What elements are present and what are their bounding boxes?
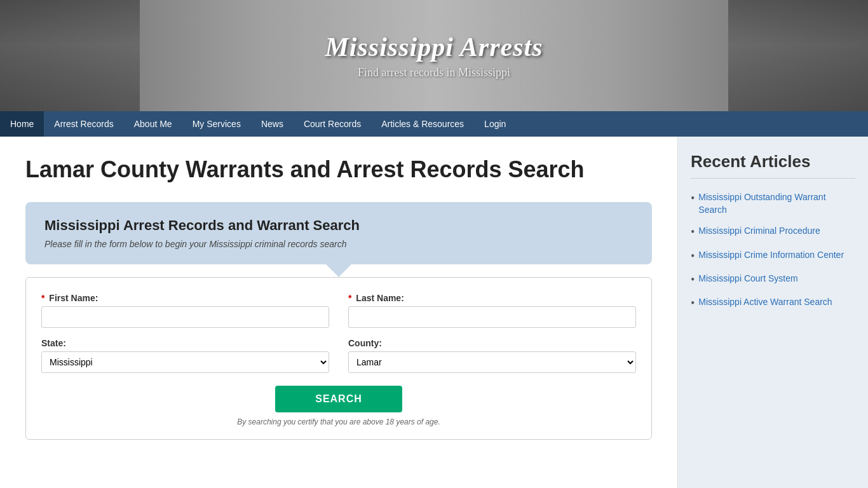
nav-news[interactable]: News — [251, 111, 294, 137]
search-box-subtitle: Please fill in the form below to begin y… — [44, 239, 633, 249]
nav-home[interactable]: Home — [0, 111, 44, 137]
sidebar: Recent Articles • Mississippi Outstandin… — [677, 137, 868, 488]
nav-court-records[interactable]: Court Records — [294, 111, 371, 137]
last-name-required-marker: * — [348, 293, 351, 303]
county-select[interactable]: Lamar — [348, 351, 636, 373]
last-name-label-text: Last Name: — [356, 293, 403, 303]
hero-section: Mississippi Arrests Find arrest records … — [0, 0, 868, 111]
state-select[interactable]: Mississippi — [41, 351, 329, 373]
county-group: County: Lamar — [348, 338, 636, 373]
first-name-group: * First Name: — [41, 293, 329, 328]
search-form: * First Name: * Last Name: State: — [25, 277, 652, 440]
main-nav: Home Arrest Records About Me My Services… — [0, 111, 868, 137]
first-name-input[interactable] — [41, 306, 329, 328]
first-name-required-marker: * — [41, 293, 44, 303]
form-note: By searching you certify that you are ab… — [41, 417, 636, 426]
search-box-title: Mississippi Arrest Records and Warrant S… — [44, 217, 633, 234]
hero-content: Mississippi Arrests Find arrest records … — [325, 32, 543, 79]
state-label: State: — [41, 338, 329, 348]
bullet-icon: • — [691, 225, 695, 240]
last-name-input[interactable] — [348, 306, 636, 328]
bullet-icon: • — [691, 249, 695, 264]
state-group: State: Mississippi — [41, 338, 329, 373]
last-name-group: * Last Name: — [348, 293, 636, 328]
list-item: • Mississippi Outstanding Warrant Search — [691, 191, 855, 216]
search-box-pointer — [326, 264, 351, 277]
nav-arrest-records[interactable]: Arrest Records — [44, 111, 123, 137]
article-link-4[interactable]: Mississippi Court System — [698, 273, 797, 285]
article-link-1[interactable]: Mississippi Outstanding Warrant Search — [698, 191, 855, 216]
nav-about-me[interactable]: About Me — [124, 111, 182, 137]
page-title: Lamar County Warrants and Arrest Records… — [25, 156, 652, 183]
page-layout: Lamar County Warrants and Arrest Records… — [0, 137, 868, 488]
nav-login[interactable]: Login — [474, 111, 516, 137]
location-row: State: Mississippi County: Lamar — [41, 338, 636, 373]
list-item: • Mississippi Criminal Procedure — [691, 225, 855, 240]
bullet-icon: • — [691, 191, 695, 206]
articles-list: • Mississippi Outstanding Warrant Search… — [691, 191, 855, 311]
nav-services[interactable]: My Services — [182, 111, 251, 137]
county-label-text: County: — [348, 338, 382, 348]
bullet-icon: • — [691, 296, 695, 311]
nav-articles[interactable]: Articles & Resources — [371, 111, 474, 137]
hero-hands-right — [728, 0, 868, 111]
article-link-3[interactable]: Mississippi Crime Information Center — [698, 249, 844, 262]
state-label-text: State: — [41, 338, 66, 348]
list-item: • Mississippi Active Warrant Search — [691, 296, 855, 311]
article-link-5[interactable]: Mississippi Active Warrant Search — [698, 296, 832, 309]
county-label: County: — [348, 338, 636, 348]
first-name-label-text: First Name: — [49, 293, 98, 303]
article-link-2[interactable]: Mississippi Criminal Procedure — [698, 225, 820, 238]
list-item: • Mississippi Crime Information Center — [691, 249, 855, 264]
site-title: Mississippi Arrests — [325, 32, 543, 62]
site-subtitle: Find arrest records in Mississippi — [325, 66, 543, 79]
sidebar-title: Recent Articles — [691, 152, 855, 179]
bullet-icon: • — [691, 273, 695, 287]
search-box-header: Mississippi Arrest Records and Warrant S… — [25, 202, 652, 264]
hero-hands-left — [0, 0, 140, 111]
first-name-label: * First Name: — [41, 293, 329, 303]
last-name-label: * Last Name: — [348, 293, 636, 303]
search-button[interactable]: SEARCH — [275, 386, 402, 412]
name-row: * First Name: * Last Name: — [41, 293, 636, 328]
list-item: • Mississippi Court System — [691, 273, 855, 287]
main-content: Lamar County Warrants and Arrest Records… — [0, 137, 677, 488]
